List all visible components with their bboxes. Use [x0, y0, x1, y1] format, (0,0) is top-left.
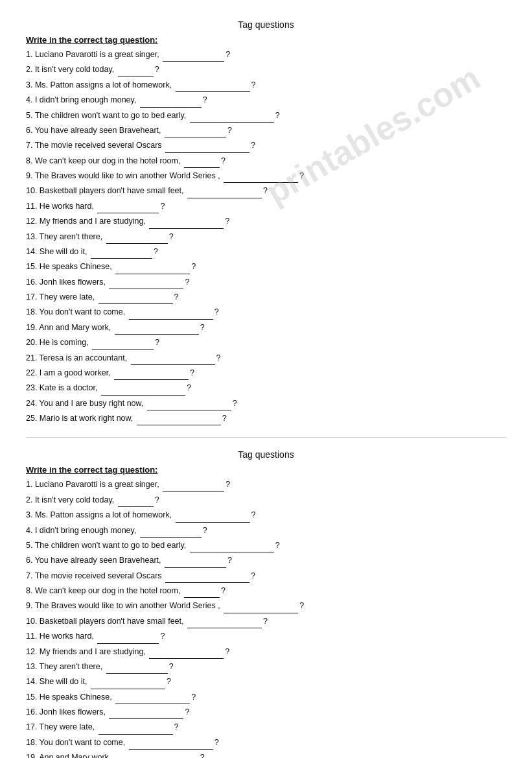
- blank-25: [137, 412, 221, 425]
- q13: 13. They aren't there, ?: [26, 231, 506, 244]
- blank-2-15: [115, 691, 190, 704]
- q24: 24. You and I are busy right now, ?: [26, 397, 506, 410]
- q2-5: 5. The children won't want to go to bed …: [26, 539, 506, 552]
- q2-3: 3. Ms. Patton assigns a lot of homework,…: [26, 509, 506, 522]
- blank-2-7: [165, 570, 249, 583]
- q2-18: 18. You don't want to come, ?: [26, 737, 506, 750]
- blank-2-17: [98, 721, 173, 734]
- section-2-title: Tag questions: [26, 449, 506, 460]
- section-1-instruction: Write in the correct tag question:: [26, 35, 506, 45]
- section-2: Tag questions Write in the correct tag q…: [26, 449, 506, 758]
- blank-13: [106, 231, 168, 244]
- blank-2-13: [106, 661, 168, 674]
- q21: 21. Teresa is an accountant, ?: [26, 352, 506, 365]
- blank-24: [147, 397, 231, 410]
- question-list-2: 1. Luciano Pavarotti is a great singer, …: [26, 479, 506, 758]
- section-1: Tag questions Write in the correct tag q…: [26, 19, 506, 425]
- q6: 6. You have already seen Braveheart, ?: [26, 124, 506, 137]
- q2: 2. It isn't very cold today, ?: [26, 64, 506, 77]
- blank-2-3: [176, 509, 250, 522]
- blank-2-4: [140, 525, 202, 538]
- blank-8: [184, 155, 220, 168]
- blank-4: [140, 94, 202, 107]
- blank-2-2: [118, 494, 154, 507]
- q2-1: 1. Luciano Pavarotti is a great singer, …: [26, 479, 506, 492]
- blank-22: [114, 367, 189, 380]
- q9: 9. The Braves would like to win another …: [26, 170, 506, 183]
- section-2-instruction: Write in the correct tag question:: [26, 465, 506, 475]
- blank-2-12: [149, 646, 224, 659]
- q2-6: 6. You have already seen Braveheart, ?: [26, 554, 506, 567]
- blank-14: [91, 246, 152, 259]
- blank-3: [176, 79, 250, 92]
- q12: 12. My friends and I are studying, ?: [26, 215, 506, 228]
- q3: 3. Ms. Patton assigns a lot of homework,…: [26, 79, 506, 92]
- q10: 10. Basketball players don't have small …: [26, 185, 506, 198]
- question-list-1: 1. Luciano Pavarotti is a great singer, …: [26, 49, 506, 425]
- blank-20: [92, 337, 154, 349]
- q2-16: 16. Jonh likes flowers, ?: [26, 706, 506, 719]
- q2-13: 13. They aren't there, ?: [26, 661, 506, 674]
- q4: 4. I didn't bring enough money, ?: [26, 94, 506, 107]
- blank-9: [224, 170, 298, 183]
- q2-2: 2. It isn't very cold today, ?: [26, 494, 506, 507]
- blank-12: [149, 215, 224, 228]
- blank-21: [131, 352, 215, 365]
- blank-17: [98, 291, 173, 304]
- q2-7: 7. The movie received several Oscars ?: [26, 570, 506, 583]
- blank-5: [190, 110, 274, 123]
- blank-6: [165, 124, 226, 137]
- q2-11: 11. He works hard, ?: [26, 630, 506, 643]
- q2-14: 14. She will do it, ?: [26, 676, 506, 689]
- blank-2-10: [187, 615, 262, 628]
- blank-10: [187, 185, 262, 198]
- section-divider: [26, 437, 506, 438]
- blank-2-19: [115, 752, 199, 758]
- q2-12: 12. My friends and I are studying, ?: [26, 646, 506, 659]
- q11: 11. He works hard, ?: [26, 200, 506, 213]
- q2-9: 9. The Braves would like to win another …: [26, 600, 506, 613]
- q22: 22. I am a good worker, ?: [26, 367, 506, 380]
- q7: 7. The movie received several Oscars ?: [26, 139, 506, 152]
- q8: 8. We can't keep our dog in the hotel ro…: [26, 155, 506, 168]
- blank-2-6: [165, 554, 226, 567]
- q1: 1. Luciano Pavarotti is a great singer, …: [26, 49, 506, 62]
- blank-11: [97, 200, 159, 213]
- blank-16: [109, 276, 183, 289]
- blank-2-11: [97, 630, 159, 643]
- q2-17: 17. They were late, ?: [26, 721, 506, 734]
- q2-8: 8. We can't keep our dog in the hotel ro…: [26, 585, 506, 598]
- blank-1: [163, 49, 224, 62]
- section-1-title: Tag questions: [26, 19, 506, 30]
- q23: 23. Kate is a doctor, ?: [26, 382, 506, 395]
- q2-4: 4. I didn't bring enough money, ?: [26, 525, 506, 538]
- q2-10: 10. Basketball players don't have small …: [26, 615, 506, 628]
- blank-18: [129, 306, 213, 319]
- blank-2: [118, 64, 154, 77]
- page: printables.com Tag questions Write in th…: [0, 0, 532, 758]
- q20: 20. He is coming, ?: [26, 337, 506, 349]
- q14: 14. She will do it, ?: [26, 246, 506, 259]
- blank-19: [115, 322, 199, 335]
- blank-2-8: [184, 585, 220, 598]
- blank-2-14: [91, 676, 165, 689]
- blank-23: [101, 382, 185, 395]
- q15: 15. He speaks Chinese, ?: [26, 261, 506, 274]
- blank-2-1: [163, 479, 224, 492]
- q25: 25. Mario is at work right now, ?: [26, 412, 506, 425]
- q17: 17. They were late, ?: [26, 291, 506, 304]
- q16: 16. Jonh likes flowers, ?: [26, 276, 506, 289]
- blank-2-5: [190, 539, 274, 552]
- q2-19: 19. Ann and Mary work, ?: [26, 752, 506, 758]
- q2-15: 15. He speaks Chinese, ?: [26, 691, 506, 704]
- q5: 5. The children won't want to go to bed …: [26, 110, 506, 123]
- q18: 18. You don't want to come, ?: [26, 306, 506, 319]
- blank-2-18: [129, 737, 213, 750]
- q19: 19. Ann and Mary work, ?: [26, 322, 506, 335]
- blank-15: [115, 261, 190, 274]
- blank-7: [165, 139, 249, 152]
- blank-2-16: [109, 706, 183, 719]
- blank-2-9: [224, 600, 298, 613]
